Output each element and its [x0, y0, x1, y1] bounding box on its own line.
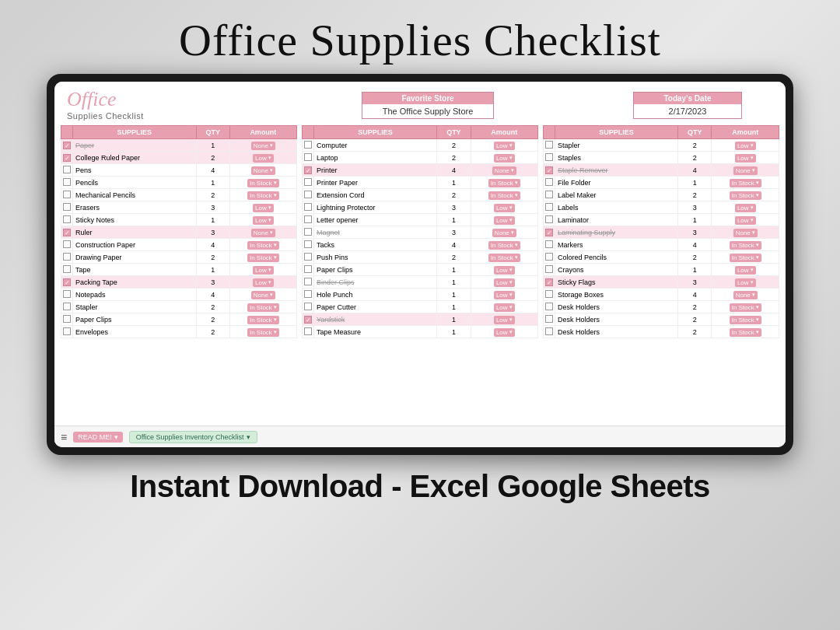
row-checkbox[interactable]: [303, 201, 314, 214]
amount-cell[interactable]: In Stock▾: [229, 177, 296, 189]
row-checkbox[interactable]: [544, 251, 555, 264]
amount-cell[interactable]: None▾: [229, 226, 296, 239]
row-checkbox[interactable]: [303, 301, 314, 313]
amount-cell[interactable]: Low▾: [229, 152, 296, 164]
row-checkbox[interactable]: [303, 264, 314, 276]
amount-cell[interactable]: In Stock▾: [229, 251, 296, 264]
row-checkbox[interactable]: [544, 139, 555, 152]
amount-cell[interactable]: None▾: [471, 164, 537, 177]
amount-cell[interactable]: In Stock▾: [712, 301, 779, 313]
row-checkbox[interactable]: [303, 251, 314, 264]
row-checkbox[interactable]: [61, 276, 73, 289]
row-checkbox[interactable]: [61, 214, 73, 226]
amount-cell[interactable]: In Stock▾: [229, 239, 296, 251]
row-checkbox[interactable]: [61, 139, 73, 152]
amount-cell[interactable]: Low▾: [471, 139, 537, 152]
row-checkbox[interactable]: [303, 326, 314, 338]
row-checkbox[interactable]: [544, 239, 555, 251]
amount-cell[interactable]: In Stock▾: [712, 239, 779, 251]
amount-cell[interactable]: Low▾: [229, 201, 296, 214]
row-checkbox[interactable]: [61, 239, 73, 251]
amount-cell[interactable]: Low▾: [471, 276, 537, 289]
hamburger-icon[interactable]: ≡: [61, 431, 67, 443]
row-checkbox[interactable]: [303, 214, 314, 226]
amount-cell[interactable]: Low▾: [712, 152, 779, 164]
amount-cell[interactable]: None▾: [471, 226, 537, 239]
amount-cell[interactable]: In Stock▾: [712, 177, 779, 189]
amount-cell[interactable]: Low▾: [712, 201, 779, 214]
row-checkbox[interactable]: [544, 164, 555, 177]
row-checkbox[interactable]: [303, 239, 314, 251]
amount-cell[interactable]: None▾: [229, 289, 296, 301]
row-checkbox[interactable]: [544, 264, 555, 276]
amount-cell[interactable]: Low▾: [712, 264, 779, 276]
amount-cell[interactable]: In Stock▾: [712, 251, 779, 264]
row-checkbox[interactable]: [544, 226, 555, 239]
row-checkbox[interactable]: [61, 189, 73, 201]
amount-cell[interactable]: None▾: [229, 164, 296, 177]
row-checkbox[interactable]: [544, 326, 555, 338]
row-checkbox[interactable]: [544, 152, 555, 164]
amount-cell[interactable]: Low▾: [471, 313, 537, 326]
row-checkbox[interactable]: [544, 276, 555, 289]
row-checkbox[interactable]: [61, 164, 73, 177]
amount-cell[interactable]: Low▾: [471, 264, 537, 276]
amount-cell[interactable]: In Stock▾: [229, 301, 296, 313]
amount-cell[interactable]: Low▾: [712, 139, 779, 152]
row-checkbox[interactable]: [303, 289, 314, 301]
row-checkbox[interactable]: [61, 264, 73, 276]
amount-cell[interactable]: In Stock▾: [229, 189, 296, 201]
amount-cell[interactable]: In Stock▾: [229, 313, 296, 326]
row-checkbox[interactable]: [61, 201, 73, 214]
amount-cell[interactable]: Low▾: [229, 276, 296, 289]
amount-cell[interactable]: Low▾: [471, 301, 537, 313]
row-checkbox[interactable]: [61, 152, 73, 164]
amount-cell[interactable]: In Stock▾: [712, 313, 779, 326]
row-checkbox[interactable]: [303, 276, 314, 289]
amount-cell[interactable]: None▾: [229, 139, 296, 152]
row-checkbox[interactable]: [303, 226, 314, 239]
row-checkbox[interactable]: [544, 177, 555, 189]
row-checkbox[interactable]: [61, 177, 73, 189]
amount-cell[interactable]: Low▾: [471, 326, 537, 338]
row-checkbox[interactable]: [303, 313, 314, 326]
row-checkbox[interactable]: [61, 226, 73, 239]
active-tab[interactable]: Office Supplies Inventory Checklist ▾: [129, 431, 257, 443]
row-checkbox[interactable]: [544, 189, 555, 201]
row-checkbox[interactable]: [303, 177, 314, 189]
row-checkbox[interactable]: [544, 301, 555, 313]
row-checkbox[interactable]: [61, 251, 73, 264]
amount-cell[interactable]: In Stock▾: [712, 189, 779, 201]
amount-badge: In Stock▾: [730, 179, 761, 187]
amount-cell[interactable]: Low▾: [471, 201, 537, 214]
row-checkbox[interactable]: [544, 214, 555, 226]
row-checkbox[interactable]: [61, 289, 73, 301]
row-checkbox[interactable]: [544, 289, 555, 301]
amount-cell[interactable]: In Stock▾: [471, 189, 537, 201]
row-checkbox[interactable]: [303, 164, 314, 177]
amount-cell[interactable]: Low▾: [712, 214, 779, 226]
row-checkbox[interactable]: [61, 326, 73, 338]
amount-cell[interactable]: Low▾: [229, 264, 296, 276]
amount-cell[interactable]: Low▾: [471, 214, 537, 226]
amount-cell[interactable]: Low▾: [712, 276, 779, 289]
amount-cell[interactable]: In Stock▾: [471, 239, 537, 251]
amount-cell[interactable]: In Stock▾: [229, 326, 296, 338]
row-checkbox[interactable]: [303, 189, 314, 201]
amount-cell[interactable]: None▾: [712, 289, 779, 301]
amount-cell[interactable]: None▾: [712, 226, 779, 239]
read-me-tab[interactable]: READ ME! ▾: [73, 432, 123, 443]
row-checkbox[interactable]: [61, 301, 73, 313]
amount-cell[interactable]: Low▾: [471, 289, 537, 301]
amount-cell[interactable]: Low▾: [471, 152, 537, 164]
amount-cell[interactable]: Low▾: [229, 214, 296, 226]
row-checkbox[interactable]: [544, 201, 555, 214]
row-checkbox[interactable]: [303, 139, 314, 152]
row-checkbox[interactable]: [61, 313, 73, 326]
amount-cell[interactable]: In Stock▾: [471, 251, 537, 264]
row-checkbox[interactable]: [544, 313, 555, 326]
row-checkbox[interactable]: [303, 152, 314, 164]
amount-cell[interactable]: None▾: [712, 164, 779, 177]
amount-cell[interactable]: In Stock▾: [471, 177, 537, 189]
amount-cell[interactable]: In Stock▾: [712, 326, 779, 338]
